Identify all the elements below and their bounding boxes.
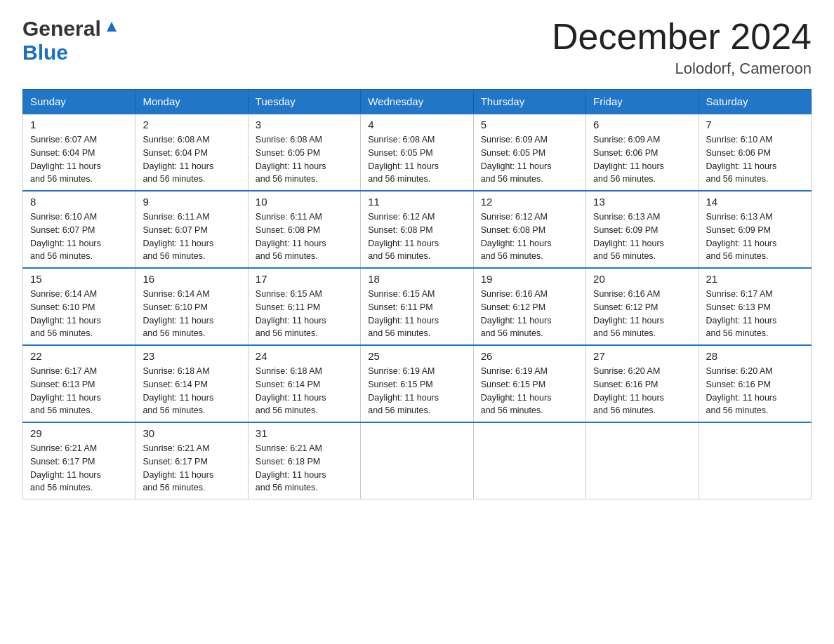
day-cell-19: 19Sunrise: 6:16 AMSunset: 6:12 PMDayligh… (473, 268, 585, 345)
month-title: December 2024 (552, 17, 812, 57)
empty-cell (699, 422, 811, 499)
day-info: Sunrise: 6:21 AMSunset: 6:17 PMDaylight:… (30, 442, 128, 495)
day-number: 28 (706, 350, 804, 362)
day-info: Sunrise: 6:13 AMSunset: 6:09 PMDaylight:… (593, 210, 691, 263)
day-info: Sunrise: 6:16 AMSunset: 6:12 PMDaylight:… (593, 288, 691, 340)
day-info: Sunrise: 6:16 AMSunset: 6:12 PMDaylight:… (481, 288, 578, 340)
header: General Blue December 2024 Lolodorf, Cam… (22, 17, 812, 78)
day-cell-28: 28Sunrise: 6:20 AMSunset: 6:16 PMDayligh… (699, 345, 811, 422)
day-cell-5: 5Sunrise: 6:09 AMSunset: 6:05 PMDaylight… (473, 114, 585, 191)
day-info: Sunrise: 6:21 AMSunset: 6:18 PMDaylight:… (256, 442, 353, 495)
day-info: Sunrise: 6:12 AMSunset: 6:08 PMDaylight:… (368, 210, 465, 263)
day-cell-16: 16Sunrise: 6:14 AMSunset: 6:10 PMDayligh… (135, 268, 248, 345)
day-number: 4 (368, 119, 465, 130)
logo-general-text: General (22, 17, 101, 41)
day-info: Sunrise: 6:08 AMSunset: 6:05 PMDaylight:… (368, 133, 465, 186)
day-number: 20 (593, 273, 691, 285)
logo: General Blue (22, 17, 119, 65)
day-number: 16 (143, 273, 240, 285)
day-cell-13: 13Sunrise: 6:13 AMSunset: 6:09 PMDayligh… (586, 191, 699, 268)
day-number: 14 (706, 196, 804, 208)
day-info: Sunrise: 6:19 AMSunset: 6:15 PMDaylight:… (481, 365, 578, 417)
day-number: 18 (368, 273, 465, 285)
day-cell-30: 30Sunrise: 6:21 AMSunset: 6:17 PMDayligh… (135, 422, 248, 499)
day-number: 26 (481, 350, 578, 362)
day-info: Sunrise: 6:12 AMSunset: 6:08 PMDaylight:… (481, 210, 578, 263)
day-number: 10 (256, 196, 353, 208)
day-info: Sunrise: 6:15 AMSunset: 6:11 PMDaylight:… (368, 288, 465, 340)
day-info: Sunrise: 6:09 AMSunset: 6:06 PMDaylight:… (593, 133, 691, 186)
day-info: Sunrise: 6:17 AMSunset: 6:13 PMDaylight:… (30, 365, 128, 417)
day-cell-4: 4Sunrise: 6:08 AMSunset: 6:05 PMDaylight… (361, 114, 473, 191)
column-header-thursday: Thursday (473, 90, 585, 114)
week-row-2: 8Sunrise: 6:10 AMSunset: 6:07 PMDaylight… (23, 191, 812, 268)
day-cell-22: 22Sunrise: 6:17 AMSunset: 6:13 PMDayligh… (23, 345, 135, 422)
column-header-wednesday: Wednesday (361, 90, 473, 114)
calendar-header-row: SundayMondayTuesdayWednesdayThursdayFrid… (23, 90, 812, 114)
location: Lolodorf, Cameroon (552, 60, 812, 78)
day-number: 7 (706, 119, 804, 130)
day-number: 17 (256, 273, 353, 285)
day-cell-25: 25Sunrise: 6:19 AMSunset: 6:15 PMDayligh… (361, 345, 473, 422)
day-info: Sunrise: 6:21 AMSunset: 6:17 PMDaylight:… (143, 442, 240, 495)
week-row-4: 22Sunrise: 6:17 AMSunset: 6:13 PMDayligh… (23, 345, 812, 422)
day-number: 31 (256, 427, 353, 439)
day-info: Sunrise: 6:11 AMSunset: 6:08 PMDaylight:… (256, 210, 353, 263)
logo-triangle-icon (104, 19, 119, 37)
day-number: 3 (256, 119, 353, 130)
day-number: 9 (143, 196, 240, 208)
day-number: 15 (30, 273, 128, 285)
day-cell-9: 9Sunrise: 6:11 AMSunset: 6:07 PMDaylight… (135, 191, 248, 268)
calendar-table: SundayMondayTuesdayWednesdayThursdayFrid… (22, 89, 812, 499)
day-info: Sunrise: 6:18 AMSunset: 6:14 PMDaylight:… (143, 365, 240, 417)
week-row-1: 1Sunrise: 6:07 AMSunset: 6:04 PMDaylight… (23, 114, 812, 191)
week-row-3: 15Sunrise: 6:14 AMSunset: 6:10 PMDayligh… (23, 268, 812, 345)
day-info: Sunrise: 6:08 AMSunset: 6:04 PMDaylight:… (143, 133, 240, 186)
day-info: Sunrise: 6:19 AMSunset: 6:15 PMDaylight:… (368, 365, 465, 417)
day-number: 12 (481, 196, 578, 208)
day-cell-6: 6Sunrise: 6:09 AMSunset: 6:06 PMDaylight… (586, 114, 699, 191)
day-number: 5 (481, 119, 578, 130)
day-cell-20: 20Sunrise: 6:16 AMSunset: 6:12 PMDayligh… (586, 268, 699, 345)
column-header-monday: Monday (135, 90, 248, 114)
empty-cell (586, 422, 699, 499)
day-cell-15: 15Sunrise: 6:14 AMSunset: 6:10 PMDayligh… (23, 268, 135, 345)
day-info: Sunrise: 6:14 AMSunset: 6:10 PMDaylight:… (30, 288, 128, 340)
column-header-saturday: Saturday (699, 90, 811, 114)
day-cell-8: 8Sunrise: 6:10 AMSunset: 6:07 PMDaylight… (23, 191, 135, 268)
day-info: Sunrise: 6:17 AMSunset: 6:13 PMDaylight:… (706, 288, 804, 340)
day-cell-12: 12Sunrise: 6:12 AMSunset: 6:08 PMDayligh… (473, 191, 585, 268)
day-number: 30 (143, 427, 240, 439)
day-info: Sunrise: 6:15 AMSunset: 6:11 PMDaylight:… (256, 288, 353, 340)
day-number: 29 (30, 427, 128, 439)
day-number: 13 (593, 196, 691, 208)
day-cell-24: 24Sunrise: 6:18 AMSunset: 6:14 PMDayligh… (248, 345, 360, 422)
day-number: 8 (30, 196, 128, 208)
day-cell-2: 2Sunrise: 6:08 AMSunset: 6:04 PMDaylight… (135, 114, 248, 191)
day-cell-11: 11Sunrise: 6:12 AMSunset: 6:08 PMDayligh… (361, 191, 473, 268)
day-number: 2 (143, 119, 240, 130)
column-header-tuesday: Tuesday (248, 90, 360, 114)
day-info: Sunrise: 6:07 AMSunset: 6:04 PMDaylight:… (30, 133, 128, 186)
day-info: Sunrise: 6:08 AMSunset: 6:05 PMDaylight:… (256, 133, 353, 186)
day-info: Sunrise: 6:14 AMSunset: 6:10 PMDaylight:… (143, 288, 240, 340)
day-number: 27 (593, 350, 691, 362)
day-info: Sunrise: 6:13 AMSunset: 6:09 PMDaylight:… (706, 210, 804, 263)
day-cell-31: 31Sunrise: 6:21 AMSunset: 6:18 PMDayligh… (248, 422, 360, 499)
day-cell-3: 3Sunrise: 6:08 AMSunset: 6:05 PMDaylight… (248, 114, 360, 191)
logo-blue-text: Blue (22, 41, 68, 64)
day-number: 21 (706, 273, 804, 285)
day-number: 6 (593, 119, 691, 130)
empty-cell (361, 422, 473, 499)
day-cell-29: 29Sunrise: 6:21 AMSunset: 6:17 PMDayligh… (23, 422, 135, 499)
day-info: Sunrise: 6:20 AMSunset: 6:16 PMDaylight:… (593, 365, 691, 417)
day-number: 24 (256, 350, 353, 362)
day-cell-21: 21Sunrise: 6:17 AMSunset: 6:13 PMDayligh… (699, 268, 811, 345)
day-cell-10: 10Sunrise: 6:11 AMSunset: 6:08 PMDayligh… (248, 191, 360, 268)
day-info: Sunrise: 6:09 AMSunset: 6:05 PMDaylight:… (481, 133, 578, 186)
day-cell-7: 7Sunrise: 6:10 AMSunset: 6:06 PMDaylight… (699, 114, 811, 191)
day-cell-14: 14Sunrise: 6:13 AMSunset: 6:09 PMDayligh… (699, 191, 811, 268)
day-number: 25 (368, 350, 465, 362)
day-number: 1 (30, 119, 128, 130)
column-header-friday: Friday (586, 90, 699, 114)
